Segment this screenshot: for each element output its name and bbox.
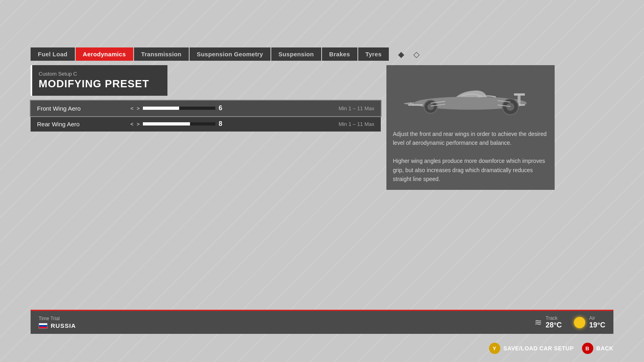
- setting-row-front-wing[interactable]: Front Wing Aero < > 6 Min 1 – 11 Max: [31, 101, 381, 116]
- country-row: RUSSIA: [39, 322, 518, 329]
- rear-wing-increase[interactable]: >: [137, 121, 140, 127]
- tab-tyres[interactable]: Tyres: [358, 47, 389, 61]
- svg-rect-2: [514, 93, 525, 95]
- air-label: Air: [589, 315, 605, 321]
- y-button-icon: Y: [489, 343, 500, 354]
- f1-car-svg: [398, 76, 543, 120]
- front-wing-increase[interactable]: >: [137, 105, 140, 111]
- bottom-bar: Time Trial RUSSIA ≋ Track 28°C Air 19°C: [31, 310, 613, 334]
- rear-wing-controls: < > 8: [130, 120, 334, 128]
- track-temp-item: ≋ Track 28°C: [535, 315, 562, 329]
- svg-point-9: [506, 103, 514, 111]
- session-type: Time Trial: [39, 316, 518, 321]
- bottom-right: ≋ Track 28°C Air 19°C: [526, 315, 613, 329]
- air-temp-info: Air 19°C: [589, 315, 605, 329]
- preset-title: MODIFYING PRESET: [39, 78, 160, 90]
- track-label: Track: [546, 315, 562, 321]
- info-panel: Adjust the front and rear wings in order…: [386, 65, 555, 190]
- action-buttons: Y SAVE/LOAD CAR SETUP B BACK: [489, 343, 613, 354]
- rear-wing-decrease[interactable]: <: [130, 121, 134, 127]
- main-content: Fuel Load Aerodynamics Transmission Susp…: [0, 0, 644, 362]
- air-temp-value: 19°C: [589, 321, 605, 329]
- tab-suspension[interactable]: Suspension: [271, 47, 321, 61]
- tab-transmission[interactable]: Transmission: [134, 47, 189, 61]
- nav-prev-icon[interactable]: ◆: [394, 48, 407, 61]
- tab-brakes[interactable]: Brakes: [322, 47, 357, 61]
- rear-wing-range: Min 1 – 11 Max: [339, 121, 374, 127]
- tab-aerodynamics[interactable]: Aerodynamics: [76, 47, 133, 61]
- front-wing-controls: < > 6: [130, 105, 334, 112]
- svg-point-7: [427, 103, 434, 110]
- svg-rect-5: [410, 103, 412, 105]
- top-nav: Fuel Load Aerodynamics Transmission Susp…: [31, 47, 423, 61]
- front-wing-range: Min 1 – 11 Max: [339, 105, 374, 111]
- settings-panel: Front Wing Aero < > 6 Min 1 – 11 Max Rea…: [31, 101, 381, 132]
- air-temp-item: Air 19°C: [574, 315, 605, 329]
- back-button[interactable]: B BACK: [582, 343, 613, 354]
- front-wing-fill: [143, 107, 179, 110]
- car-illustration: [393, 72, 548, 124]
- nav-icons: ◆ ◇: [394, 48, 423, 61]
- preset-subtitle: Custom Setup C: [39, 71, 160, 77]
- info-description: Adjust the front and rear wings in order…: [393, 130, 548, 183]
- nav-next-icon[interactable]: ◇: [410, 48, 423, 61]
- track-temp-value: 28°C: [546, 321, 562, 329]
- rear-wing-slider[interactable]: [143, 122, 215, 125]
- save-load-label: SAVE/LOAD CAR SETUP: [504, 345, 574, 352]
- rear-wing-value: 8: [219, 120, 227, 128]
- tab-fuel-load[interactable]: Fuel Load: [31, 47, 75, 61]
- bottom-left: Time Trial RUSSIA: [31, 316, 526, 329]
- rear-wing-fill: [143, 122, 190, 125]
- preset-box: Custom Setup C MODIFYING PRESET: [31, 65, 167, 96]
- front-wing-label: Front Wing Aero: [37, 105, 126, 112]
- heat-waves-icon: ≋: [535, 317, 542, 328]
- tab-suspension-geometry[interactable]: Suspension Geometry: [190, 47, 270, 61]
- front-wing-value: 6: [219, 105, 227, 112]
- front-wing-slider[interactable]: [143, 107, 215, 110]
- country-name: RUSSIA: [51, 322, 76, 329]
- rear-wing-label: Rear Wing Aero: [37, 121, 126, 128]
- back-label: BACK: [597, 345, 613, 352]
- save-load-button[interactable]: Y SAVE/LOAD CAR SETUP: [489, 343, 574, 354]
- setting-row-rear-wing[interactable]: Rear Wing Aero < > 8 Min 1 – 11 Max: [31, 116, 381, 132]
- front-wing-decrease[interactable]: <: [130, 105, 134, 111]
- russia-flag: [39, 323, 47, 329]
- sun-icon: [574, 317, 585, 328]
- b-button-icon: B: [582, 343, 593, 354]
- track-temp-info: Track 28°C: [546, 315, 562, 329]
